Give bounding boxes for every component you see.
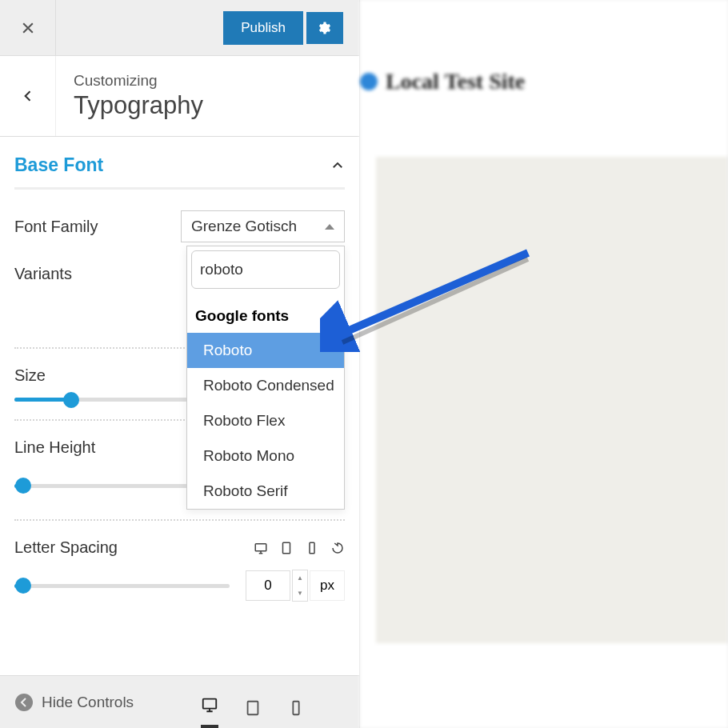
chevron-left-icon	[20, 88, 36, 104]
svg-rect-0	[255, 543, 266, 550]
svg-rect-5	[248, 702, 258, 715]
dropdown-option-roboto-serif[interactable]: Roboto Serif	[187, 474, 344, 509]
publish-button[interactable]: Publish	[223, 11, 303, 45]
letter-spacing-slider-thumb[interactable]	[15, 578, 31, 594]
dropdown-group-title: Google fonts	[187, 293, 344, 333]
base-font-section-toggle[interactable]: Base Font	[14, 137, 345, 187]
section-divider	[14, 187, 345, 190]
top-bar: Publish	[0, 0, 359, 56]
letter-spacing-input[interactable]: 0	[246, 570, 290, 601]
base-font-title: Base Font	[14, 154, 103, 176]
desktop-icon	[201, 696, 218, 714]
font-search-input[interactable]	[191, 250, 340, 289]
svg-rect-2	[310, 542, 314, 554]
svg-rect-4	[203, 699, 217, 709]
svg-rect-1	[283, 542, 290, 554]
size-slider-thumb[interactable]	[63, 392, 79, 408]
dropdown-option-roboto-flex[interactable]: Roboto Flex	[187, 403, 344, 438]
hide-controls-label: Hide Controls	[42, 694, 134, 711]
tablet-icon	[244, 699, 262, 717]
gear-icon	[318, 21, 332, 35]
desktop-icon[interactable]	[254, 541, 268, 555]
dropdown-option-roboto[interactable]: Roboto	[187, 333, 344, 368]
svg-rect-6	[293, 702, 298, 715]
letter-spacing-slider[interactable]	[14, 584, 230, 588]
line-height-label: Line Height	[14, 438, 95, 457]
letter-spacing-label: Letter Spacing	[14, 538, 118, 557]
site-title: Local Test Site	[386, 69, 525, 94]
font-family-dropdown: Google fonts Roboto Roboto Condensed Rob…	[186, 246, 345, 510]
tablet-icon[interactable]	[279, 541, 294, 555]
footer-bar: Hide Controls	[0, 675, 359, 728]
site-logo	[360, 73, 378, 90]
line-height-slider-thumb[interactable]	[15, 478, 31, 494]
collapse-left-icon	[14, 693, 34, 712]
stepper-up[interactable]: ▲	[293, 570, 307, 586]
font-family-value: Grenze Gotisch	[191, 218, 297, 235]
publish-settings-button[interactable]	[306, 12, 343, 44]
reset-icon[interactable]	[330, 541, 345, 555]
close-icon	[20, 20, 36, 36]
mobile-icon[interactable]	[305, 541, 319, 555]
customizing-label: Customizing	[74, 72, 203, 90]
dropdown-option-roboto-mono[interactable]: Roboto Mono	[187, 438, 344, 474]
font-family-label: Font Family	[14, 218, 98, 236]
font-family-row: Font Family Grenze Gotisch Google fonts …	[14, 210, 345, 242]
preview-tablet-toggle[interactable]	[244, 685, 262, 728]
site-preview: Local Test Site	[360, 0, 728, 728]
caret-up-icon	[325, 224, 334, 230]
close-customizer-button[interactable]	[0, 0, 56, 55]
letter-spacing-unit[interactable]: px	[310, 570, 345, 601]
preview-content-block	[376, 157, 728, 643]
font-family-select[interactable]: Grenze Gotisch	[181, 210, 345, 242]
mobile-icon	[287, 699, 305, 717]
dropdown-option-roboto-condensed[interactable]: Roboto Condensed	[187, 368, 344, 403]
hide-controls-button[interactable]: Hide Controls	[14, 693, 134, 712]
panel-title: Typography	[74, 91, 203, 120]
divider	[14, 519, 345, 521]
svg-point-3	[15, 694, 33, 711]
size-label: Size	[14, 366, 46, 385]
back-button[interactable]	[0, 56, 56, 136]
panel-header: Customizing Typography	[0, 56, 359, 137]
preview-desktop-toggle[interactable]	[201, 682, 218, 728]
preview-mobile-toggle[interactable]	[287, 685, 305, 728]
chevron-up-icon	[330, 158, 345, 173]
stepper-down[interactable]: ▼	[293, 586, 307, 601]
